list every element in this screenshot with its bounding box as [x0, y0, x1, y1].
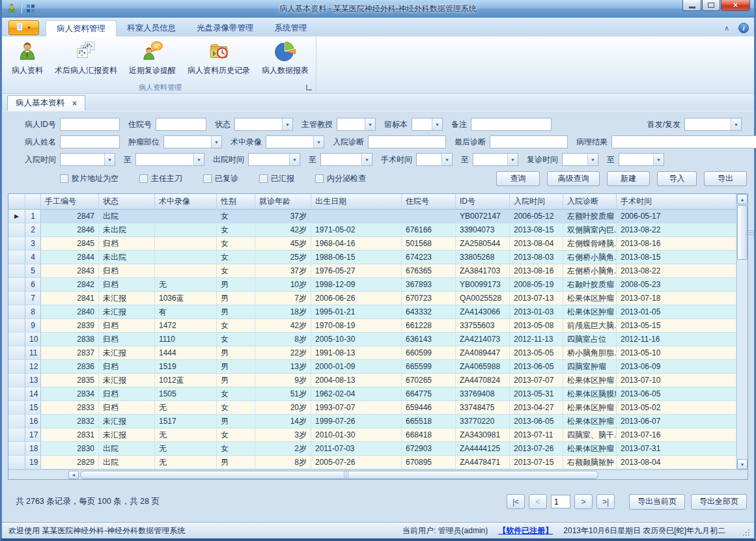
grid-header-术中录像[interactable]: 术中录像: [155, 194, 217, 210]
combo-input[interactable]: [249, 154, 289, 165]
export-current-page-button[interactable]: 导出当前页: [629, 494, 685, 510]
action-button-导出[interactable]: 导出: [704, 171, 747, 186]
app-icon[interactable]: [6, 3, 18, 14]
table-row[interactable]: 32845归档女45岁1968-04-16501568ZA25805442013…: [8, 237, 736, 251]
filter-combo[interactable]: ▼: [60, 153, 115, 166]
table-row[interactable]: 162832未汇报1517男14岁1999-07-266655183377022…: [8, 415, 736, 428]
filter-input[interactable]: [60, 118, 120, 131]
grid-header-状态[interactable]: 状态: [99, 194, 155, 210]
filter-combo[interactable]: ▼: [684, 118, 742, 131]
chevron-down-icon[interactable]: ▼: [432, 118, 442, 130]
checkbox-box[interactable]: [60, 174, 68, 183]
vertical-scrollbar[interactable]: ▲ ▼: [736, 194, 748, 469]
combo-input[interactable]: [61, 154, 104, 165]
table-row[interactable]: 102838归档1110女8岁2005-10-30636143ZA4214073…: [8, 333, 736, 346]
table-row[interactable]: 142834归档1505女51岁1962-02-0466477533769408…: [8, 387, 736, 401]
minimize-button[interactable]: [682, 0, 701, 11]
grid-header-住院号[interactable]: 住院号: [402, 194, 456, 210]
combo-input[interactable]: [685, 118, 731, 130]
checkbox-主任主刀[interactable]: 主任主刀: [139, 173, 182, 184]
checkbox-box[interactable]: [315, 174, 324, 183]
checkbox-已汇报[interactable]: 已汇报: [259, 173, 294, 184]
table-row[interactable]: 172831未汇报无女3岁2010-01-30668418ZA343098120…: [8, 428, 736, 442]
ribbon-tab-1[interactable]: 病人资料管理: [46, 20, 117, 36]
filter-combo[interactable]: ▼: [412, 118, 443, 131]
filter-combo[interactable]: ▼: [320, 153, 372, 166]
registered-link[interactable]: 【软件已注册】: [498, 525, 553, 536]
combo-input[interactable]: [321, 154, 361, 165]
grid-header-ID号[interactable]: ID号: [456, 194, 510, 210]
combo-input[interactable]: [563, 154, 587, 165]
dialog-launcher-icon[interactable]: [306, 85, 312, 90]
next-page-button[interactable]: >: [574, 494, 593, 509]
filter-combo[interactable]: ▼: [473, 153, 518, 166]
grid-header-手工编号[interactable]: 手工编号: [41, 194, 99, 210]
combo-input[interactable]: [473, 154, 507, 165]
table-row[interactable]: 72841未汇报1036蓝男7岁2006-06-26670723QA002552…: [8, 292, 736, 305]
resize-grip[interactable]: [742, 529, 750, 536]
combo-input[interactable]: [136, 154, 193, 165]
grid-header-入院时间[interactable]: 入院时间: [510, 194, 563, 210]
combo-input[interactable]: [417, 154, 441, 165]
chevron-down-icon[interactable]: ▼: [365, 118, 375, 130]
last-page-button[interactable]: >|: [596, 494, 615, 509]
chevron-down-icon[interactable]: ▼: [211, 136, 221, 148]
combo-input[interactable]: [235, 118, 282, 130]
grid-header-性别[interactable]: 性别: [217, 194, 255, 210]
chevron-down-icon[interactable]: ▼: [104, 154, 115, 165]
table-row[interactable]: 52843归档女37岁1976-05-27676365ZA38417032013…: [8, 264, 736, 278]
quick-access-icon[interactable]: [25, 3, 36, 14]
combo-input[interactable]: [337, 118, 365, 130]
ribbon-button-history-records[interactable]: 病人资料历史记录: [182, 36, 256, 82]
combo-input[interactable]: [412, 118, 432, 130]
filter-combo[interactable]: ▼: [416, 153, 453, 166]
ribbon-button-patient[interactable]: 病人资料: [6, 36, 49, 82]
filter-input[interactable]: [60, 135, 120, 148]
filter-input[interactable]: [156, 118, 206, 131]
checkbox-box[interactable]: [259, 174, 268, 183]
action-button-新建[interactable]: 新建: [607, 171, 650, 186]
filter-combo[interactable]: ▼: [562, 153, 598, 166]
checkbox-胶片地址为空[interactable]: 胶片地址为空: [60, 173, 119, 184]
first-page-button[interactable]: |<: [507, 494, 525, 509]
info-icon[interactable]: i: [738, 23, 749, 33]
vertical-scroll-thumb[interactable]: [737, 205, 748, 260]
prev-page-button[interactable]: <: [529, 494, 547, 509]
chevron-down-icon[interactable]: ▼: [507, 154, 518, 165]
grid-header-出生日期[interactable]: 出生日期: [311, 194, 402, 210]
checkbox-内分泌检查[interactable]: 内分泌检查: [315, 173, 366, 184]
ribbon-tab-3[interactable]: 光盘录像带管理: [186, 20, 264, 36]
action-button-导入[interactable]: 导入: [657, 171, 697, 186]
table-row[interactable]: 82840未汇报有男18岁1995-01-21643332ZA414306620…: [8, 305, 736, 319]
application-menu-button[interactable]: ▼: [8, 20, 39, 35]
collapse-ribbon-icon[interactable]: ∧: [724, 24, 729, 33]
filter-input[interactable]: [611, 135, 756, 148]
maximize-button[interactable]: [702, 0, 720, 11]
table-row[interactable]: 92839归档1472女42岁1970-08-19661228337556032…: [8, 319, 736, 333]
ribbon-tab-4[interactable]: 系统管理: [264, 20, 318, 36]
checkbox-box[interactable]: [203, 174, 212, 183]
chevron-down-icon[interactable]: ▼: [653, 154, 664, 165]
filter-combo[interactable]: ▼: [619, 153, 664, 166]
ribbon-tab-2[interactable]: 科室人员信息: [117, 20, 186, 36]
table-row[interactable]: 182830出院无女2岁2011-07-03672903ZA4444125201…: [8, 442, 736, 456]
table-row[interactable]: 132835未汇报1012蓝男9岁2004-08-13670265ZA44708…: [8, 374, 736, 387]
ribbon-button-postop-report[interactable]: 术后病人汇报资料: [49, 36, 123, 82]
action-button-高级查询[interactable]: 高级查询: [547, 171, 600, 186]
ribbon-button-data-report[interactable]: 病人数据报表: [256, 36, 315, 82]
table-row[interactable]: 42844未出院女25岁1988-06-15674223338052682013…: [8, 251, 736, 264]
combo-input[interactable]: [619, 154, 653, 165]
table-row[interactable]: 62842归档无男10岁1998-12-09367893YB0099173200…: [8, 278, 736, 292]
page-number-input[interactable]: [551, 495, 570, 508]
chevron-down-icon[interactable]: ▼: [193, 154, 204, 165]
table-row[interactable]: 152833归档无女20岁1993-07-0765944633748475201…: [8, 401, 736, 415]
filter-combo[interactable]: ▼: [135, 153, 204, 166]
export-all-pages-button[interactable]: 导出全部页: [691, 494, 747, 510]
filter-combo[interactable]: ▼: [337, 118, 376, 131]
close-button[interactable]: ×: [721, 0, 750, 11]
chevron-down-icon[interactable]: ▼: [361, 154, 372, 165]
filter-combo[interactable]: ▼: [248, 153, 300, 166]
chevron-down-icon[interactable]: ▼: [289, 154, 300, 165]
checkbox-box[interactable]: [139, 174, 148, 183]
scroll-left-icon[interactable]: ◄: [68, 471, 79, 479]
